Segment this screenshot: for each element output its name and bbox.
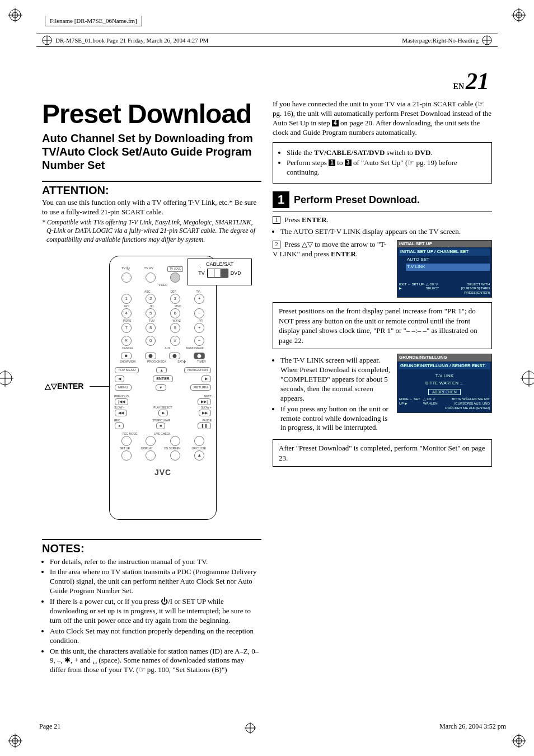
screen-foot-left: ENDE ← SET UP ▶ — [399, 397, 423, 410]
divider — [42, 181, 261, 182]
attention-body: You can use this function only with a TV… — [42, 198, 261, 217]
lead-line — [200, 267, 200, 267]
book-line: DR-M7SE_01.book Page 21 Friday, March 26… — [55, 37, 208, 44]
registration-mark-icon — [8, 734, 22, 748]
step-heading: 1 Perform Preset Download. — [273, 191, 492, 208]
masterpage-label: Masterpage:Right-No-Heading — [402, 37, 479, 44]
inset-cablesat: CABLE/SAT — [190, 261, 249, 267]
screen-header: GRUNDEINSTELLUNG / SENDER EINST. — [399, 363, 490, 369]
book-icon — [482, 35, 492, 45]
inset-dvd-label: DVD — [231, 270, 241, 276]
screen-title: GRUNDEINSTELLUNG — [397, 354, 491, 361]
step-title: Perform Preset Download. — [294, 194, 420, 206]
attention-footnote: * Compatible with TVs offering T-V Link,… — [46, 218, 261, 245]
footer-page: Page 21 — [39, 722, 60, 734]
screen-header: INITIAL SET UP / CHANNEL SET — [399, 248, 490, 255]
tv-screen-2: GRUNDEINSTELLUNG GRUNDEINSTELLUNG / SEND… — [397, 354, 492, 412]
footer: Page 21 March 26, 2004 3:52 pm — [39, 722, 506, 734]
list-item: Slide the TV/CABLE/SAT/DVD switch to DVD… — [287, 148, 486, 158]
screen-row: AUTO SET — [406, 256, 490, 263]
screen-foot-left: EXIT ← SET UP ▶ — [399, 283, 426, 295]
warning-box: Preset positions on the front display pa… — [273, 302, 492, 349]
tv-screen-1: INITIAL SET UP INITIAL SET UP / CHANNEL … — [397, 240, 492, 298]
list-item: Auto Clock Set may not function properly… — [50, 627, 261, 646]
header-bar: DR-M7SE_01.book Page 21 Friday, March 26… — [36, 34, 498, 47]
list-item: In the area where no TV station transmit… — [50, 567, 261, 596]
registration-mark-icon — [512, 8, 526, 22]
pre-step-box: Slide the TV/CABLE/SAT/DVD switch to DVD… — [273, 142, 492, 184]
crosshair-icon — [521, 370, 534, 387]
remote-illustration: △▽ENTER CABLE/SAT TV ⏻TV AV TV | DVD DVD — [42, 256, 261, 536]
list-item: If there is a power cut, or if you press… — [50, 597, 261, 626]
left-column: Preset Download Auto Channel Set by Down… — [42, 98, 261, 677]
divider — [42, 539, 261, 540]
substep-1: 1 Press ENTER. — [273, 215, 492, 225]
registration-mark-icon — [8, 8, 22, 22]
screen-row-selected: T-V LINK — [406, 264, 490, 270]
list-item: The T-V LINK screen will appear. When Pr… — [280, 356, 391, 403]
intro-paragraph: If you have connected the unit to your T… — [273, 100, 492, 138]
book-icon — [42, 35, 52, 45]
page: Filename [DR-M7SE_06Name.fm] DR-M7SE_01.… — [0, 0, 534, 756]
enter-callout: △▽ENTER — [45, 382, 83, 391]
list-item: The AUTO SET/T-V LINK display appears on… — [280, 227, 492, 237]
screen-row: T-V LINK — [399, 373, 490, 379]
notes-heading: NOTES: — [42, 542, 261, 555]
screen-foot-mid: △ OK ▽ SELECT — [426, 283, 451, 295]
crosshair-icon — [0, 370, 13, 387]
screen-row: BITTE WARTEN ... — [399, 380, 490, 387]
list-item: On this unit, the characters available f… — [50, 647, 261, 675]
screen-foot-right: SELECT WITH [CURSORS] THEN PRESS [ENTER] — [451, 283, 490, 295]
substep-number: 1 — [273, 216, 280, 224]
registration-mark-icon — [512, 734, 526, 748]
divider — [273, 212, 492, 212]
page-en-label: EN — [453, 82, 464, 91]
footer-date: March 26, 2004 3:52 pm — [439, 722, 506, 734]
page-number: EN 21 — [28, 69, 489, 93]
crosshair-icon — [245, 722, 256, 734]
remote-inset-callout: CABLE/SAT TV DVD — [188, 259, 252, 285]
list-item: For details, refer to the instruction ma… — [50, 557, 261, 567]
filename-box: Filename [DR-M7SE_06Name.fm] — [45, 16, 142, 26]
after-box: After "Preset Download" is completed, pe… — [273, 439, 492, 467]
page-subtitle: Auto Channel Set by Downloading from TV/… — [42, 132, 261, 172]
substep-2: 2 Press to move the arrow to "T-V LINK" … — [273, 240, 391, 259]
notes-list: For details, refer to the instruction ma… — [50, 557, 261, 675]
inset-tv-label: TV — [198, 270, 205, 276]
attention-heading: ATTENTION: — [42, 184, 261, 197]
page-number-big: 21 — [466, 68, 489, 94]
substep-number: 2 — [273, 241, 280, 248]
remote-body: CABLE/SAT TV ⏻TV AV TV | DVD DVD VIDEO A… — [109, 256, 217, 520]
screen-foot-right: BITTE WÄHLEN SIE MIT [CURSORS] AUS, UND … — [445, 397, 490, 410]
screen-title: INITIAL SET UP — [397, 241, 491, 247]
list-item: If you press any button on the unit or r… — [280, 405, 391, 433]
page-title: Preset Download — [42, 98, 261, 129]
screen-foot-mid: △ OK ▽ WÄHLEN — [423, 397, 445, 410]
right-column: If you have connected the unit to your T… — [273, 98, 492, 677]
list-item: Perform steps 1 to 3 of "Auto Set Up" (☞… — [287, 158, 486, 177]
step-number: 1 — [273, 191, 289, 208]
jvc-logo: JVC — [114, 468, 212, 477]
screen-button: ABBRECHEN — [428, 389, 461, 395]
